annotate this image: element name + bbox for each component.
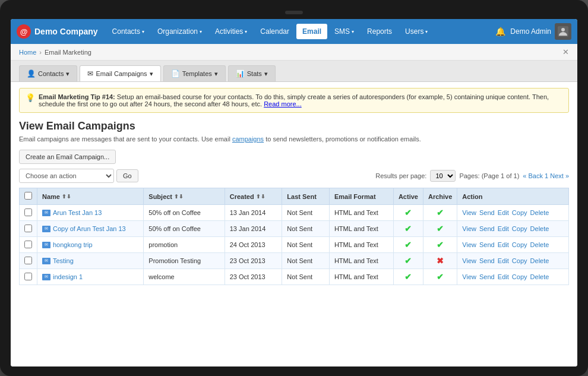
action-view-link[interactable]: View	[462, 273, 476, 280]
action-view-link[interactable]: View	[462, 257, 476, 264]
brand-name: Demo Company	[34, 27, 98, 36]
col-header-name[interactable]: Name ⬆⬇	[37, 188, 144, 205]
col-header-format: Email Format	[329, 188, 393, 205]
create-campaign-button[interactable]: Create an Email Campaign...	[19, 150, 116, 164]
row-checkbox[interactable]	[24, 241, 32, 248]
action-copy-link[interactable]: Copy	[512, 273, 527, 280]
tab-email-campaigns[interactable]: ✉ Email Campaigns ▾	[80, 65, 160, 81]
active-check-icon: ✔	[404, 224, 412, 233]
brand-logo[interactable]: @ Demo Company	[17, 24, 98, 39]
action-edit-link[interactable]: Edit	[498, 273, 509, 280]
action-view-link[interactable]: View	[462, 225, 476, 232]
action-select[interactable]: Choose an action	[19, 169, 114, 183]
campaign-last-sent: Not Sent	[282, 253, 330, 269]
close-icon[interactable]: ✕	[562, 48, 569, 56]
next-page-link[interactable]: Next »	[550, 172, 569, 179]
go-button[interactable]: Go	[116, 169, 138, 182]
action-delete-link[interactable]: Delete	[530, 225, 549, 232]
breadcrumb-home[interactable]: Home	[19, 49, 36, 56]
caret-icon: ▾	[264, 70, 268, 78]
campaign-last-sent: Not Sent	[282, 237, 330, 253]
campaign-format: HTML and Text	[329, 205, 393, 221]
page-description: Email campaigns are messages that are se…	[19, 135, 569, 143]
action-delete-link[interactable]: Delete	[530, 257, 549, 264]
action-send-link[interactable]: Send	[479, 257, 495, 264]
table-header: Name ⬆⬇ Subject ⬆⬇ Creat	[20, 188, 569, 205]
campaign-subject: Promotion Testing	[144, 253, 225, 269]
action-delete-link[interactable]: Delete	[530, 209, 549, 216]
tab-contacts[interactable]: 👤 Contacts ▾	[19, 65, 77, 81]
action-send-link[interactable]: Send	[479, 241, 495, 248]
per-page-select[interactable]: 10	[430, 170, 456, 182]
nav-calendar[interactable]: Calendar	[254, 24, 295, 39]
tab-templates[interactable]: 📄 Templates ▾	[163, 65, 226, 81]
nav-reports[interactable]: Reports	[361, 24, 398, 39]
campaign-name-link[interactable]: ✉ Copy of Arun Test Jan 13	[42, 225, 138, 232]
col-header-subject[interactable]: Subject ⬆⬇	[144, 188, 225, 205]
row-checkbox[interactable]	[24, 225, 32, 232]
active-check-icon: ✔	[404, 208, 412, 217]
bell-icon[interactable]: 🔔	[495, 27, 505, 36]
row-checkbox[interactable]	[24, 208, 32, 216]
action-copy-link[interactable]: Copy	[512, 257, 527, 264]
stats-tab-icon: 📊	[236, 69, 245, 78]
caret-icon: ▾	[425, 29, 428, 34]
action-copy-link[interactable]: Copy	[512, 225, 527, 232]
action-edit-link[interactable]: Edit	[498, 225, 509, 232]
action-send-link[interactable]: Send	[479, 225, 495, 232]
campaign-name-link[interactable]: ✉ hongkong trip	[42, 241, 138, 248]
action-send-link[interactable]: Send	[479, 273, 495, 280]
page-1-link[interactable]: 1	[545, 172, 550, 179]
tip-box: 💡 Email Marketing Tip #14: Setup an emai…	[19, 88, 569, 113]
action-edit-link[interactable]: Edit	[498, 209, 509, 216]
action-copy-link[interactable]: Copy	[512, 241, 527, 248]
campaign-format: HTML and Text	[329, 237, 393, 253]
pagination: « Back 1 Next »	[523, 172, 569, 179]
email-icon: ✉	[42, 242, 50, 248]
nav-organization[interactable]: Organization ▾	[151, 24, 208, 39]
tip-read-more-link[interactable]: Read more...	[264, 100, 302, 108]
col-header-created[interactable]: Created ⬆⬇	[225, 188, 282, 205]
select-all-checkbox[interactable]	[24, 192, 32, 200]
breadcrumb-bar: Home › Email Marketing ✕	[11, 44, 577, 61]
action-edit-link[interactable]: Edit	[498, 241, 509, 248]
action-send-link[interactable]: Send	[479, 209, 495, 216]
campaign-name: Arun Test Jan 13	[53, 209, 102, 216]
create-toolbar: Create an Email Campaign...	[19, 150, 569, 164]
table-body: ✉ Arun Test Jan 13 50% off on Coffee13 J…	[20, 205, 569, 285]
campaign-last-sent: Not Sent	[282, 269, 330, 285]
tab-stats[interactable]: 📊 Stats ▾	[228, 65, 276, 81]
nav-activities[interactable]: Activities ▾	[209, 24, 253, 39]
col-header-lastsent: Last Sent	[282, 188, 330, 205]
nav-sms[interactable]: SMS ▾	[328, 24, 360, 39]
action-delete-link[interactable]: Delete	[530, 273, 549, 280]
caret-icon: ▾	[150, 70, 153, 78]
sort-icon: ⬆⬇	[256, 194, 265, 200]
row-checkbox[interactable]	[24, 273, 32, 280]
campaign-name-link[interactable]: ✉ Testing	[42, 257, 138, 264]
nav-contacts[interactable]: Contacts ▾	[106, 24, 150, 39]
campaigns-link[interactable]: campaigns	[232, 135, 264, 143]
action-left: Choose an action Go	[19, 169, 138, 183]
campaign-active: ✔	[393, 253, 423, 269]
email-icon: ✉	[42, 274, 50, 280]
campaign-name-link[interactable]: ✉ Arun Test Jan 13	[42, 209, 138, 216]
row-checkbox[interactable]	[24, 257, 32, 264]
campaign-archive: ✔	[423, 221, 457, 237]
back-page-link[interactable]: « Back	[523, 172, 543, 179]
action-copy-link[interactable]: Copy	[512, 209, 527, 216]
action-view-link[interactable]: View	[462, 209, 476, 216]
breadcrumb: Home › Email Marketing	[19, 49, 91, 56]
campaign-name-link[interactable]: ✉ indesign 1	[42, 273, 138, 280]
user-menu[interactable]: Demo Admin	[510, 23, 571, 40]
caret-icon: ▾	[200, 29, 202, 34]
action-view-link[interactable]: View	[462, 241, 476, 248]
nav-email[interactable]: Email	[296, 24, 327, 39]
action-delete-link[interactable]: Delete	[530, 241, 549, 248]
table-row: ✉ Arun Test Jan 13 50% off on Coffee13 J…	[20, 205, 569, 221]
campaign-archive: ✔	[423, 237, 457, 253]
nav-users[interactable]: Users ▾	[399, 24, 434, 39]
campaign-archive: ✔	[423, 205, 457, 221]
action-edit-link[interactable]: Edit	[498, 257, 509, 264]
campaign-last-sent: Not Sent	[282, 221, 330, 237]
